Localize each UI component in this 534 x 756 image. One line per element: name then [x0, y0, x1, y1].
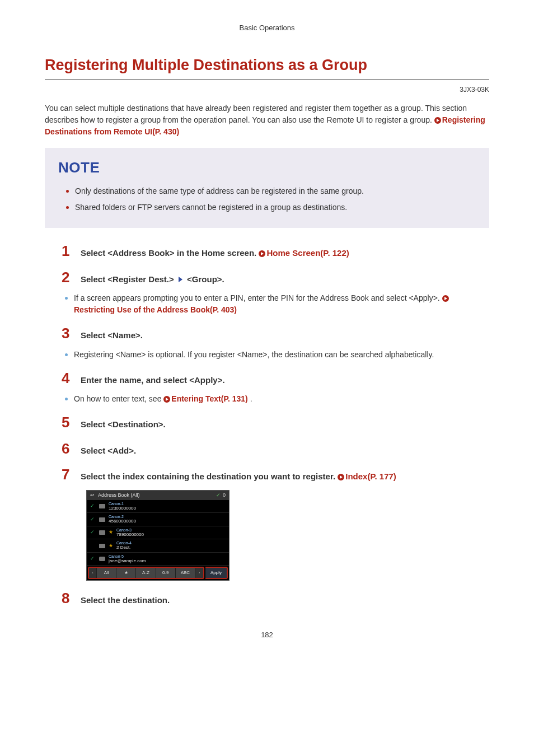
fax-icon — [99, 504, 105, 508]
step-2: 2 Select <Register Dest.> <Group>. If a … — [62, 270, 489, 316]
check-icon: ✓ — [216, 492, 221, 500]
step-link[interactable]: Home Screen(P. 122) — [266, 248, 349, 258]
row-info: Canon-245600000000 — [109, 515, 136, 524]
fax-icon — [99, 530, 105, 535]
step-title: Select <Name>. — [81, 329, 143, 342]
intro-paragraph: You can select multiple destinations tha… — [45, 102, 489, 138]
check-icon: ✓ — [90, 529, 96, 536]
step-title-b: <Group>. — [187, 274, 224, 284]
section-header: Basic Operations — [45, 22, 489, 34]
device-list-row[interactable]: ✓Canon-112300000000 — [87, 500, 229, 513]
row-info: Canon-378900000000 — [116, 528, 144, 537]
step-6: 6 Select <Add>. — [62, 441, 489, 458]
back-icon[interactable]: ↩ — [90, 492, 95, 500]
tab-prev-icon[interactable]: ‹ — [89, 568, 97, 578]
step-title-text: Select <Address Book> in the Home screen… — [81, 248, 259, 258]
bullet-text: On how to enter text, see — [74, 394, 163, 403]
device-count: 0 — [223, 492, 226, 500]
step-title: Select <Register Dest.> <Group>. — [81, 273, 224, 286]
tab-fav[interactable]: ★ — [116, 568, 136, 578]
check-icon: ✓ — [90, 502, 96, 510]
step-bullet: On how to enter text, see Entering Text(… — [65, 393, 489, 405]
step-title-a: Select <Register Dest.> — [81, 274, 176, 284]
note-item: Shared folders or FTP servers cannot be … — [66, 202, 476, 213]
row-value: 45600000000 — [109, 519, 136, 524]
play-icon — [434, 117, 441, 124]
device-apply-button[interactable]: Apply — [205, 567, 228, 579]
tab-all[interactable]: All — [97, 568, 116, 578]
step-7: 7 Select the index containing the destin… — [62, 467, 489, 581]
intro-text: You can select multiple destinations tha… — [45, 104, 467, 124]
step-number: 1 — [62, 244, 74, 258]
step-title: Select the destination. — [81, 594, 170, 607]
page-title: Registering Multiple Destinations as a G… — [45, 54, 489, 81]
step-title: Select <Destination>. — [81, 418, 166, 431]
device-title: Address Book (All) — [95, 492, 216, 500]
step-bullet: Registering <Name> is optional. If you r… — [65, 349, 489, 361]
device-header: ↩ Address Book (All) ✓ 0 — [87, 491, 229, 501]
device-screenshot: ↩ Address Book (All) ✓ 0 ✓Canon-11230000… — [86, 490, 229, 581]
star-icon: ★ — [109, 529, 113, 536]
arrow-icon — [179, 277, 182, 282]
page-number: 182 — [45, 629, 489, 641]
check-icon: ✓ — [90, 555, 96, 563]
note-box: NOTE Only destinations of the same type … — [45, 148, 489, 228]
step-4: 4 Enter the name, and select <Apply>. On… — [62, 371, 489, 405]
grp-icon — [99, 544, 105, 548]
tab-next-icon[interactable]: › — [195, 568, 203, 578]
step-link[interactable]: Index(P. 177) — [345, 472, 396, 481]
bullet-link[interactable]: Restricting Use of the Address Book(P. 4… — [74, 305, 237, 314]
device-list-row[interactable]: ★Canon-42 Dest. — [87, 539, 229, 552]
row-value: jane@sample.com — [109, 559, 146, 564]
step-title-text: Select the index containing the destinat… — [81, 472, 338, 481]
tab-09[interactable]: 0-9 — [156, 568, 176, 578]
device-list-row[interactable]: ✓Canon-5jane@sample.com — [87, 553, 229, 566]
step-number: 4 — [62, 371, 74, 385]
step-bullet: If a screen appears prompting you to ent… — [65, 292, 489, 316]
tab-abc[interactable]: ABC — [176, 568, 195, 578]
step-title: Select <Address Book> in the Home screen… — [81, 247, 349, 260]
step-title: Enter the name, and select <Apply>. — [81, 374, 225, 387]
device-index-tabs[interactable]: ‹ All ★ A-Z 0-9 ABC › — [88, 567, 204, 579]
row-value: 12300000000 — [109, 506, 136, 511]
step-1: 1 Select <Address Book> in the Home scre… — [62, 244, 489, 260]
step-title: Select <Add>. — [81, 445, 136, 458]
star-icon: ★ — [109, 542, 113, 550]
play-icon — [338, 474, 344, 480]
step-number: 5 — [62, 415, 74, 430]
bullet-post: . — [250, 394, 252, 403]
play-icon — [442, 295, 449, 302]
tab-az[interactable]: A-Z — [136, 568, 156, 578]
bullet-link[interactable]: Entering Text(P. 131) — [171, 394, 247, 403]
note-title: NOTE — [58, 157, 476, 179]
row-info: Canon-112300000000 — [109, 502, 136, 511]
row-value: 2 Dest. — [116, 545, 132, 550]
step-title: Select the index containing the destinat… — [81, 470, 396, 483]
mail-icon — [99, 557, 105, 561]
step-number: 8 — [62, 591, 74, 605]
fax-icon — [99, 517, 105, 522]
step-8: 8 Select the destination. — [62, 591, 489, 607]
doc-code: 3JX3-03K — [45, 85, 489, 95]
play-icon — [163, 396, 170, 403]
step-number: 6 — [62, 441, 74, 456]
row-info: Canon-42 Dest. — [116, 541, 132, 550]
note-item: Only destinations of the same type of ad… — [66, 185, 476, 197]
device-list-row[interactable]: ✓Canon-245600000000 — [87, 513, 229, 526]
step-5: 5 Select <Destination>. — [62, 415, 489, 431]
bullet-text: If a screen appears prompting you to ent… — [74, 293, 442, 302]
check-icon: ✓ — [90, 516, 96, 524]
row-info: Canon-5jane@sample.com — [109, 554, 146, 563]
device-list-row[interactable]: ✓★Canon-378900000000 — [87, 526, 229, 539]
step-number: 2 — [62, 270, 74, 284]
row-value: 78900000000 — [116, 533, 144, 538]
step-number: 7 — [62, 467, 74, 482]
play-icon — [259, 250, 265, 257]
step-number: 3 — [62, 326, 74, 340]
step-3: 3 Select <Name>. Registering <Name> is o… — [62, 326, 489, 361]
